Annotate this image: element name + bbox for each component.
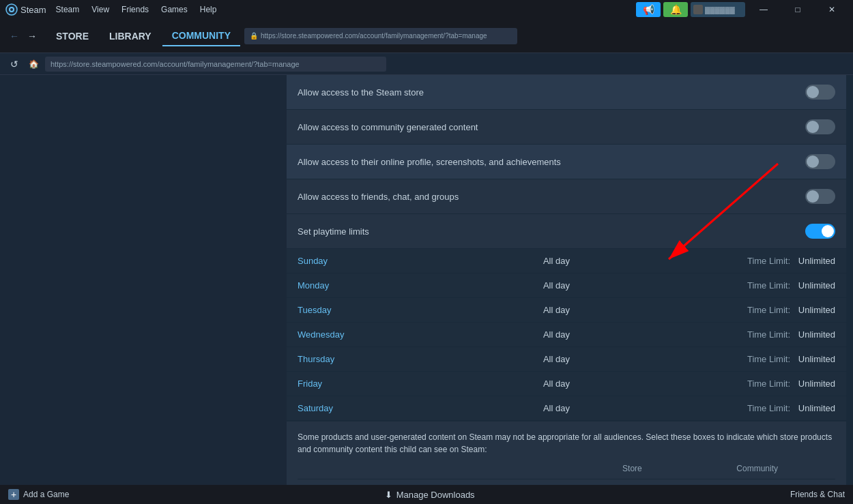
- nav-forward-button[interactable]: →: [25, 29, 40, 44]
- day-limit-label-wednesday: Time Limit:: [747, 329, 790, 340]
- content-table: Store Community General Mature Content: [298, 458, 835, 485]
- day-schedule-sunday: All day: [366, 256, 747, 266]
- nav-arrows: ← →: [7, 29, 40, 44]
- url-input[interactable]: [45, 57, 386, 72]
- day-name-wednesday[interactable]: Wednesday: [298, 329, 366, 340]
- bell-icon: 🔔: [670, 4, 682, 15]
- friends-chat-label: Friends & Chat: [790, 490, 845, 499]
- day-rows: Sunday All day Time Limit: Unlimited Mon…: [287, 249, 846, 421]
- menu-help[interactable]: Help: [194, 3, 222, 16]
- day-name-monday[interactable]: Monday: [298, 280, 366, 291]
- day-limit-label-sunday: Time Limit:: [747, 256, 790, 266]
- content-notice: Some products and user-generated content…: [287, 421, 846, 485]
- toggle-switch-playtime[interactable]: [805, 224, 835, 239]
- manage-downloads-button[interactable]: ⬇ Manage Downloads: [385, 490, 475, 500]
- day-row-wednesday[interactable]: Wednesday All day Time Limit: Unlimited: [287, 323, 846, 347]
- window-close-button[interactable]: ✕: [816, 3, 848, 16]
- home-button[interactable]: 🏠: [26, 57, 41, 72]
- toggle-thumb-community-content: [807, 121, 819, 133]
- day-name-tuesday[interactable]: Tuesday: [298, 305, 366, 315]
- title-bar-menu: Steam View Friends Games Help: [50, 3, 222, 16]
- day-limit-value-sunday: Unlimited: [794, 256, 835, 266]
- toggle-thumb-playtime: [822, 225, 834, 237]
- tab-store[interactable]: STORE: [46, 27, 98, 46]
- day-limit-label-saturday: Time Limit:: [747, 403, 790, 413]
- tab-library[interactable]: LIBRARY: [100, 27, 161, 46]
- day-schedule-saturday: All day: [366, 403, 747, 413]
- toggle-label-online-profile: Allow access to their online profile, sc…: [298, 157, 561, 167]
- toggle-row-store-access: Allow access to the Steam store: [287, 75, 846, 110]
- menu-steam[interactable]: Steam: [50, 3, 85, 16]
- nav-bar: ← → STORE LIBRARY COMMUNITY 🔒 https://st…: [0, 19, 853, 53]
- title-bar-right: 📢 🔔 ▓▓▓▓▓▓ — □ ✕: [636, 2, 848, 17]
- tab-community[interactable]: COMMUNITY: [162, 26, 240, 46]
- day-name-sunday[interactable]: Sunday: [298, 256, 366, 266]
- day-limit-value-wednesday: Unlimited: [794, 329, 835, 340]
- lock-icon: 🔒: [250, 32, 258, 40]
- menu-games[interactable]: Games: [156, 3, 193, 16]
- add-game-label: Add a Game: [23, 490, 69, 499]
- notification-btn-blue[interactable]: 📢: [636, 2, 661, 17]
- toggle-row-online-profile: Allow access to their online profile, sc…: [287, 145, 846, 179]
- steam-label: Steam: [20, 5, 46, 15]
- toggle-switch-store-access[interactable]: [805, 85, 835, 100]
- content-table-header-row: Store Community: [298, 458, 835, 479]
- svg-point-2: [10, 8, 13, 11]
- day-limit-value-thursday: Unlimited: [794, 354, 835, 364]
- nav-back-button[interactable]: ←: [7, 29, 22, 44]
- toggle-thumb-store-access: [807, 86, 819, 98]
- day-schedule-thursday: All day: [366, 354, 747, 364]
- day-name-thursday[interactable]: Thursday: [298, 354, 366, 364]
- speaker-icon: 📢: [643, 4, 654, 15]
- day-name-saturday[interactable]: Saturday: [298, 403, 366, 413]
- day-limit-value-tuesday: Unlimited: [794, 305, 835, 315]
- refresh-button[interactable]: ↺: [7, 57, 22, 72]
- toggle-switch-online-profile[interactable]: [805, 154, 835, 169]
- toggle-label-store-access: Allow access to the Steam store: [298, 87, 424, 98]
- add-game-button[interactable]: + Add a Game: [8, 489, 69, 500]
- day-limit-value-monday: Unlimited: [794, 280, 835, 291]
- download-icon: ⬇: [385, 490, 392, 500]
- table-row-mature-content[interactable]: General Mature Content: [298, 479, 835, 486]
- day-name-friday[interactable]: Friday: [298, 379, 366, 389]
- title-bar: Steam Steam View Friends Games Help 📢 🔔 …: [0, 0, 853, 19]
- right-scrollbar[interactable]: [846, 75, 853, 485]
- day-row-thursday[interactable]: Thursday All day Time Limit: Unlimited: [287, 347, 846, 372]
- window-maximize-button[interactable]: □: [782, 3, 813, 16]
- friends-chat-button[interactable]: Friends & Chat: [790, 490, 845, 499]
- address-bar-row: ↺ 🏠: [0, 53, 853, 75]
- day-row-friday[interactable]: Friday All day Time Limit: Unlimited: [287, 372, 846, 396]
- steam-title[interactable]: Steam: [5, 3, 46, 16]
- content-row-community-checkbox[interactable]: [679, 479, 835, 486]
- main-wrapper: Allow access to the Steam store Allow ac…: [0, 75, 853, 504]
- notification-btn-green[interactable]: 🔔: [663, 2, 688, 17]
- toggle-label-friends-chat: Allow access to friends, chat, and group…: [298, 192, 459, 202]
- toggle-switch-community-content[interactable]: [805, 119, 835, 134]
- day-row-saturday[interactable]: Saturday All day Time Limit: Unlimited: [287, 396, 846, 421]
- day-schedule-friday: All day: [366, 379, 747, 389]
- content-row-label: General Mature Content: [298, 479, 585, 486]
- toggle-row-friends-chat: Allow access to friends, chat, and group…: [287, 179, 846, 214]
- toggle-label-community-content: Allow access to community generated cont…: [298, 122, 478, 132]
- avatar-thumbnail: [693, 5, 703, 14]
- day-limit-label-tuesday: Time Limit:: [747, 305, 790, 315]
- day-schedule-monday: All day: [366, 280, 747, 291]
- day-row-tuesday[interactable]: Tuesday All day Time Limit: Unlimited: [287, 298, 846, 323]
- col-header-label: [298, 458, 585, 479]
- steam-logo-icon: [5, 3, 18, 16]
- content-row-store-checkbox[interactable]: [585, 479, 679, 486]
- toggle-row-community-content: Allow access to community generated cont…: [287, 110, 846, 145]
- menu-friends[interactable]: Friends: [116, 3, 154, 16]
- toggle-switch-friends-chat[interactable]: [805, 189, 835, 204]
- toggle-thumb-online-profile: [807, 155, 819, 168]
- bottom-bar: + Add a Game ⬇ Manage Downloads Friends …: [0, 485, 853, 504]
- col-header-store: Store: [585, 458, 679, 479]
- user-avatar-area[interactable]: ▓▓▓▓▓▓: [691, 2, 745, 17]
- day-row-sunday[interactable]: Sunday All day Time Limit: Unlimited: [287, 249, 846, 273]
- day-row-monday[interactable]: Monday All day Time Limit: Unlimited: [287, 273, 846, 298]
- menu-view[interactable]: View: [86, 3, 115, 16]
- title-bar-left: Steam Steam View Friends Games Help: [5, 3, 222, 16]
- window-minimize-button[interactable]: —: [748, 3, 779, 16]
- col-header-community: Community: [679, 458, 835, 479]
- nav-tabs: STORE LIBRARY COMMUNITY: [46, 26, 240, 46]
